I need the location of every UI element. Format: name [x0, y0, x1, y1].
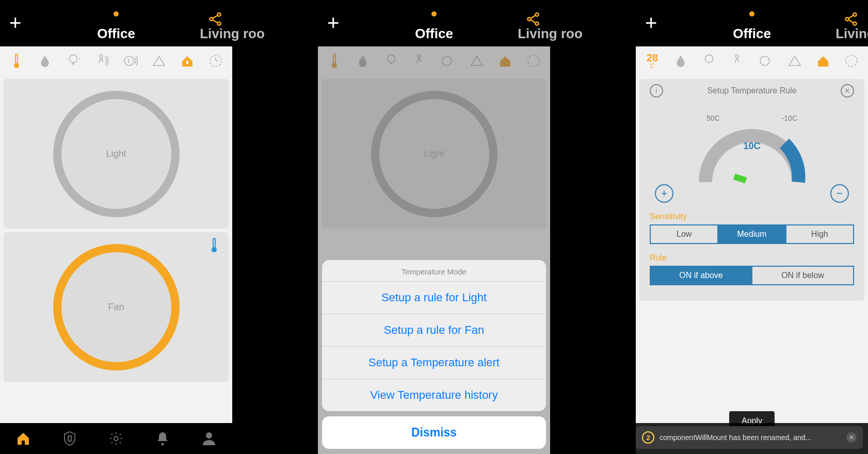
- action-sheet-item[interactable]: Setup a rule for Light: [322, 281, 546, 314]
- room-tab-office[interactable]: Office: [733, 26, 771, 42]
- sensitivity-low[interactable]: Low: [651, 225, 717, 243]
- gauge-max-label: 50C: [706, 114, 720, 122]
- timer-icon: [524, 52, 543, 70]
- bulb-icon[interactable]: [64, 52, 83, 70]
- svg-line-39: [848, 15, 854, 19]
- co2-icon[interactable]: [150, 52, 168, 70]
- room-tab-living[interactable]: Living roo: [504, 26, 597, 42]
- bulb-icon: [382, 52, 400, 70]
- eco-icon[interactable]: [814, 52, 832, 70]
- user-icon[interactable]: [200, 430, 218, 447]
- device-ring[interactable]: Light: [53, 91, 180, 217]
- svg-line-40: [848, 20, 854, 23]
- room-tab-office[interactable]: Office: [97, 26, 135, 42]
- action-sheet: Temperature Mode Setup a rule for Light …: [322, 260, 546, 449]
- svg-point-13: [100, 55, 103, 58]
- co2-icon[interactable]: [785, 52, 804, 70]
- sensor-icon-strip: [318, 46, 550, 75]
- svg-point-42: [735, 55, 738, 58]
- co2-icon: [468, 52, 486, 70]
- rule-on-above[interactable]: ON if above: [651, 267, 751, 284]
- home-icon[interactable]: [14, 430, 32, 447]
- header: + Office Living roo: [0, 0, 232, 46]
- action-sheet-item[interactable]: Setup a rule for Fan: [322, 314, 546, 346]
- svg-rect-20: [68, 436, 71, 441]
- sensitivity-segmented: Low Medium High: [650, 224, 854, 244]
- droplet-icon: [353, 52, 372, 70]
- motion-icon[interactable]: [728, 52, 747, 70]
- close-icon[interactable]: ✕: [846, 432, 857, 443]
- panel-title: Setup Temperature Rule: [707, 86, 796, 95]
- warning-toast[interactable]: 2 componentWillMount has been renamed, a…: [636, 426, 863, 449]
- header: + Office Living roo: [318, 0, 550, 46]
- svg-point-43: [760, 56, 769, 66]
- svg-point-22: [162, 443, 164, 446]
- noise-icon[interactable]: [121, 52, 140, 70]
- room-tab-living[interactable]: Living roo: [186, 26, 279, 42]
- svg-point-41: [705, 55, 713, 62]
- device-card-light: Light: [322, 79, 546, 229]
- svg-point-23: [206, 432, 212, 439]
- device-card-light[interactable]: Light: [4, 79, 229, 229]
- toast-count-badge: 2: [642, 431, 654, 444]
- gauge-min-label: -10C: [782, 114, 797, 122]
- eco-icon[interactable]: [178, 52, 197, 70]
- droplet-icon[interactable]: [36, 52, 54, 70]
- svg-rect-18: [213, 238, 215, 248]
- room-tab-office[interactable]: Office: [415, 26, 453, 42]
- gauge-current-value: 10C: [743, 141, 760, 152]
- svg-point-6: [14, 63, 19, 68]
- svg-point-33: [417, 55, 421, 58]
- noise-icon[interactable]: [757, 52, 776, 70]
- info-icon[interactable]: i: [650, 84, 663, 98]
- bell-icon[interactable]: [154, 430, 171, 447]
- svg-point-7: [70, 55, 77, 62]
- room-tab-living[interactable]: Living roo: [822, 26, 868, 42]
- thermometer-icon: [210, 237, 218, 255]
- thermometer-icon[interactable]: [7, 52, 26, 70]
- svg-rect-45: [733, 174, 747, 184]
- motion-icon: [410, 52, 429, 70]
- shield-icon[interactable]: [61, 430, 78, 447]
- svg-point-34: [442, 56, 452, 66]
- svg-rect-5: [15, 54, 18, 63]
- device-card-fan[interactable]: Fan: [4, 232, 229, 382]
- svg-point-31: [388, 55, 395, 62]
- bottom-tab-bar: [0, 423, 232, 454]
- svg-line-27: [531, 15, 536, 19]
- action-sheet-title: Temperature Mode: [322, 260, 546, 281]
- droplet-icon[interactable]: [671, 52, 690, 70]
- action-sheet-item[interactable]: Setup a Temperature alert: [322, 346, 546, 379]
- screenshot-1: + Office Living roo Light: [0, 0, 232, 454]
- gauge[interactable]: 50C -10C 10C: [650, 100, 854, 187]
- svg-line-4: [213, 20, 218, 23]
- rule-segmented: ON if above ON if below: [650, 266, 854, 285]
- thermometer-icon: [325, 52, 344, 70]
- close-icon[interactable]: ✕: [841, 84, 854, 98]
- sensitivity-high[interactable]: High: [785, 225, 853, 243]
- svg-point-30: [332, 63, 337, 68]
- content-area: Light Fan: [0, 46, 232, 454]
- sensitivity-medium[interactable]: Medium: [717, 225, 785, 243]
- settings-icon[interactable]: [107, 430, 125, 447]
- rule-label: Rule: [650, 253, 854, 263]
- screenshot-3: + Office Living roo 28C i Setup Temperat…: [636, 0, 868, 454]
- sensor-icon-strip: [0, 46, 232, 75]
- svg-line-3: [213, 15, 218, 19]
- bulb-icon[interactable]: [700, 52, 718, 70]
- content-area: 28C i Setup Temperature Rule ✕ 50C -10C …: [636, 46, 868, 454]
- svg-point-21: [114, 436, 118, 441]
- noise-icon: [439, 52, 458, 70]
- timer-icon[interactable]: [206, 52, 225, 70]
- timer-icon[interactable]: [842, 52, 861, 70]
- sensitivity-label: Sensitivity: [650, 212, 854, 221]
- rule-on-below[interactable]: ON if below: [751, 267, 853, 284]
- action-sheet-item[interactable]: View Temperature history: [322, 379, 546, 411]
- svg-point-19: [212, 247, 217, 252]
- device-ring[interactable]: Fan: [53, 244, 180, 370]
- svg-rect-29: [333, 54, 335, 63]
- motion-icon[interactable]: [92, 52, 111, 70]
- temperature-value[interactable]: 28C: [643, 52, 662, 70]
- svg-point-35: [528, 55, 539, 67]
- action-sheet-dismiss[interactable]: Dismiss: [322, 416, 546, 449]
